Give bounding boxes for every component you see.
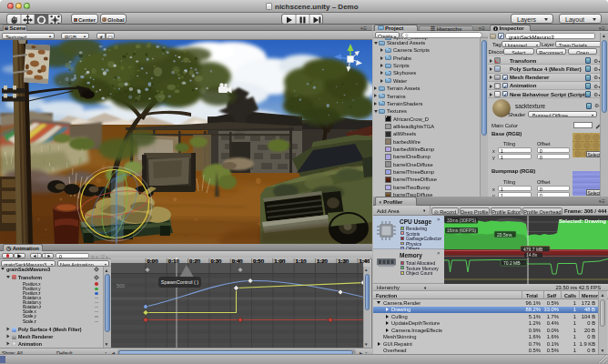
svg-text:20.5ms: 20.5ms bbox=[497, 232, 512, 238]
svg-text:Selected: Drawing: Selected: Drawing bbox=[559, 218, 606, 224]
svg-text:479.7 MB: 479.7 MB bbox=[523, 247, 543, 252]
svg-text:16ms (60FPS): 16ms (60FPS) bbox=[447, 228, 477, 233]
svg-text:33ms (30FPS): 33ms (30FPS) bbox=[447, 217, 477, 223]
svg-text:SpawnControl ( ): SpawnControl ( ) bbox=[161, 279, 198, 285]
svg-text:500: 500 bbox=[117, 283, 125, 288]
svg-text:70.2 MB: 70.2 MB bbox=[503, 260, 521, 266]
svg-text:14.8x: 14.8x bbox=[526, 252, 538, 258]
